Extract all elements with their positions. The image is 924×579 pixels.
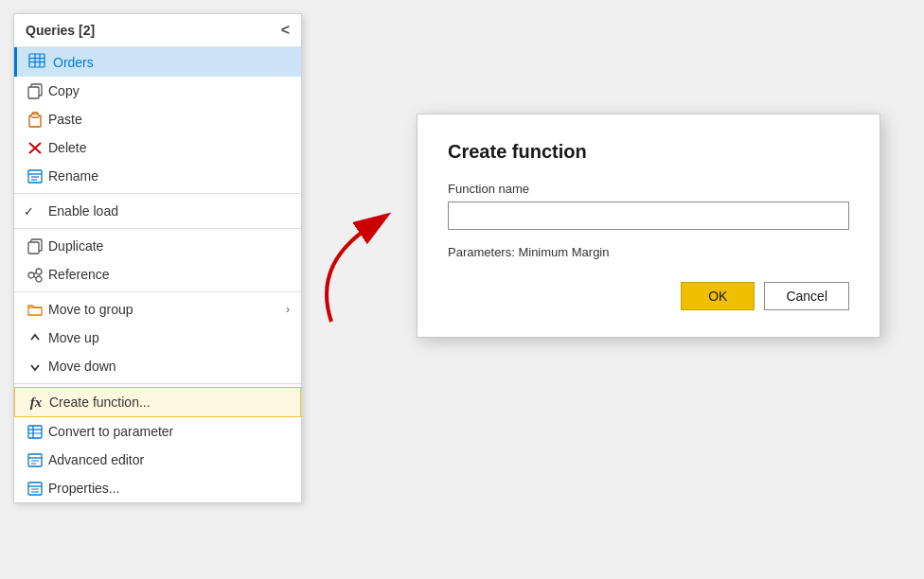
create-function-dialog: Create function Function name Parameters… — [417, 114, 880, 338]
divider-2 — [14, 228, 301, 229]
duplicate-label: Duplicate — [48, 238, 103, 254]
divider-4 — [14, 383, 301, 384]
cancel-button[interactable]: Cancel — [764, 282, 849, 310]
menu-item-move-up[interactable]: Move up — [14, 324, 301, 352]
menu-item-move-to-group[interactable]: Move to group › — [14, 295, 301, 324]
ok-button[interactable]: OK — [681, 282, 755, 310]
menu-item-move-down[interactable]: Move down — [14, 352, 301, 380]
properties-label: Properties... — [48, 481, 119, 496]
move-to-group-label: Move to group — [48, 302, 133, 317]
menu-item-enable-load[interactable]: ✓ Enable load — [14, 197, 301, 225]
function-name-label: Function name — [448, 182, 849, 196]
move-up-icon — [26, 330, 44, 346]
table-icon — [28, 53, 45, 71]
param-icon — [26, 424, 44, 440]
svg-line-21 — [34, 272, 36, 274]
menu-item-properties[interactable]: Properties... — [14, 474, 301, 502]
fx-icon: fx — [27, 395, 45, 411]
properties-icon — [26, 481, 44, 497]
svg-rect-23 — [28, 426, 42, 438]
selected-query-item[interactable]: Orders — [14, 47, 301, 77]
copy-icon — [26, 83, 44, 99]
svg-rect-17 — [28, 242, 39, 254]
move-down-label: Move down — [48, 359, 116, 374]
enable-load-label: Enable load — [48, 203, 118, 219]
menu-item-delete[interactable]: Delete — [14, 133, 301, 162]
divider-1 — [14, 193, 301, 194]
parameters-label: Parameters: Minimum Margin — [448, 245, 849, 259]
menu-item-copy[interactable]: Copy — [14, 77, 301, 105]
check-icon: ✓ — [24, 204, 34, 219]
rename-label: Rename — [48, 168, 98, 184]
modal-title: Create function — [448, 141, 849, 163]
move-down-icon — [26, 359, 44, 375]
menu-item-reference[interactable]: Reference — [14, 260, 301, 289]
folder-icon — [26, 302, 44, 318]
context-menu-panel: Queries [2] < Orders Copy — [13, 13, 302, 503]
advanced-editor-icon — [26, 452, 44, 468]
svg-point-20 — [36, 276, 42, 282]
menu-item-duplicate[interactable]: Duplicate — [14, 232, 301, 260]
collapse-button[interactable]: < — [281, 22, 290, 39]
selected-item-label: Orders — [53, 55, 94, 70]
paste-icon — [26, 112, 44, 128]
rename-icon — [26, 168, 44, 184]
advanced-editor-label: Advanced editor — [48, 452, 144, 467]
panel-header: Queries [2] < — [14, 14, 301, 47]
delete-label: Delete — [48, 140, 86, 155]
create-function-label: Create function... — [49, 395, 151, 410]
convert-param-label: Convert to parameter — [48, 424, 173, 439]
menu-item-paste[interactable]: Paste — [14, 105, 301, 133]
panel-title: Queries [2] — [26, 23, 95, 38]
submenu-arrow-icon: › — [286, 303, 290, 316]
paste-label: Paste — [48, 112, 82, 127]
modal-buttons: OK Cancel — [448, 282, 849, 310]
menu-item-advanced-editor[interactable]: Advanced editor — [14, 446, 301, 474]
svg-line-22 — [34, 276, 36, 278]
svg-rect-9 — [31, 114, 39, 117]
function-name-input[interactable] — [448, 202, 849, 230]
svg-rect-6 — [28, 87, 39, 98]
svg-rect-0 — [29, 54, 44, 67]
menu-item-create-function[interactable]: fx Create function... — [14, 387, 301, 417]
reference-icon — [26, 267, 44, 283]
delete-icon — [26, 140, 44, 156]
menu-item-rename[interactable]: Rename — [14, 162, 301, 190]
divider-3 — [14, 291, 301, 292]
move-up-label: Move up — [48, 330, 99, 345]
menu-item-convert-param[interactable]: Convert to parameter — [14, 417, 301, 446]
reference-label: Reference — [48, 267, 110, 282]
copy-label: Copy — [48, 83, 80, 98]
duplicate-icon — [26, 238, 44, 254]
svg-point-18 — [28, 272, 34, 278]
svg-point-19 — [36, 269, 42, 274]
